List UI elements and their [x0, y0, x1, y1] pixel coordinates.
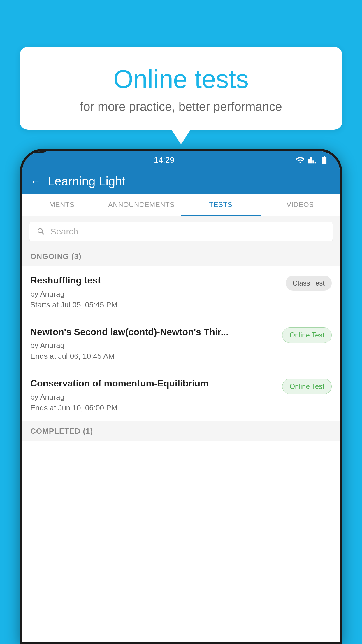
tab-videos[interactable]: VIDEOS: [261, 194, 340, 216]
scroll-content[interactable]: Search ONGOING (3) Reshuffling test by A…: [22, 216, 340, 642]
status-time: 14:29: [154, 155, 174, 165]
test-author-reshuffling: by Anurag: [30, 290, 281, 299]
phone-screen: 14:29 ← Learning Light: [22, 151, 340, 642]
tab-tests[interactable]: TESTS: [181, 194, 261, 216]
tab-announcements[interactable]: ANNOUNCEMENTS: [102, 194, 181, 216]
test-item-reshuffling[interactable]: Reshuffling test by Anurag Starts at Jul…: [22, 266, 340, 318]
test-item-newton[interactable]: Newton's Second law(contd)-Newton's Thir…: [22, 318, 340, 370]
signal-icon: [308, 156, 317, 164]
search-bar[interactable]: Search: [29, 222, 333, 242]
wifi-icon: [296, 155, 305, 165]
test-info-reshuffling: Reshuffling test by Anurag Starts at Jul…: [30, 274, 281, 309]
tab-ments[interactable]: MENTS: [22, 194, 102, 216]
status-icons: [296, 155, 329, 165]
bubble-title: Online tests: [34, 64, 328, 94]
completed-section-title: COMPLETED (1): [30, 427, 93, 435]
test-badge-newton: Online Test: [282, 327, 332, 343]
app-header: ← Learning Light: [22, 169, 340, 194]
completed-section-header: COMPLETED (1): [22, 421, 340, 441]
speech-bubble: Online tests for more practice, better p…: [20, 47, 342, 130]
phone-frame: 14:29 ← Learning Light: [20, 149, 342, 644]
app-title: Learning Light: [48, 174, 125, 188]
search-container: Search: [22, 216, 340, 247]
test-time-newton: Ends at Jul 06, 10:45 AM: [30, 352, 277, 361]
test-name-reshuffling: Reshuffling test: [30, 274, 281, 287]
tabs-container: MENTS ANNOUNCEMENTS TESTS VIDEOS: [22, 194, 340, 216]
test-name-newton: Newton's Second law(contd)-Newton's Thir…: [30, 326, 277, 338]
test-author-newton: by Anurag: [30, 341, 277, 350]
bubble-subtitle: for more practice, better performance: [34, 100, 328, 114]
test-badge-reshuffling: Class Test: [286, 276, 332, 291]
test-author-conservation: by Anurag: [30, 393, 277, 402]
test-badge-conservation: Online Test: [282, 379, 332, 394]
test-name-conservation: Conservation of momentum-Equilibrium: [30, 377, 277, 390]
back-button[interactable]: ←: [30, 175, 41, 188]
test-info-conservation: Conservation of momentum-Equilibrium by …: [30, 377, 277, 412]
test-time-conservation: Ends at Jun 10, 06:00 PM: [30, 403, 277, 412]
notch: [22, 151, 49, 153]
search-placeholder: Search: [50, 227, 78, 237]
test-time-reshuffling: Starts at Jul 05, 05:45 PM: [30, 300, 281, 309]
ongoing-section-header: ONGOING (3): [22, 247, 340, 266]
search-icon: [36, 227, 46, 236]
test-item-conservation[interactable]: Conservation of momentum-Equilibrium by …: [22, 369, 340, 421]
status-bar: 14:29: [22, 151, 340, 169]
test-info-newton: Newton's Second law(contd)-Newton's Thir…: [30, 326, 277, 361]
ongoing-section-title: ONGOING (3): [30, 252, 82, 261]
battery-icon: [319, 155, 329, 165]
